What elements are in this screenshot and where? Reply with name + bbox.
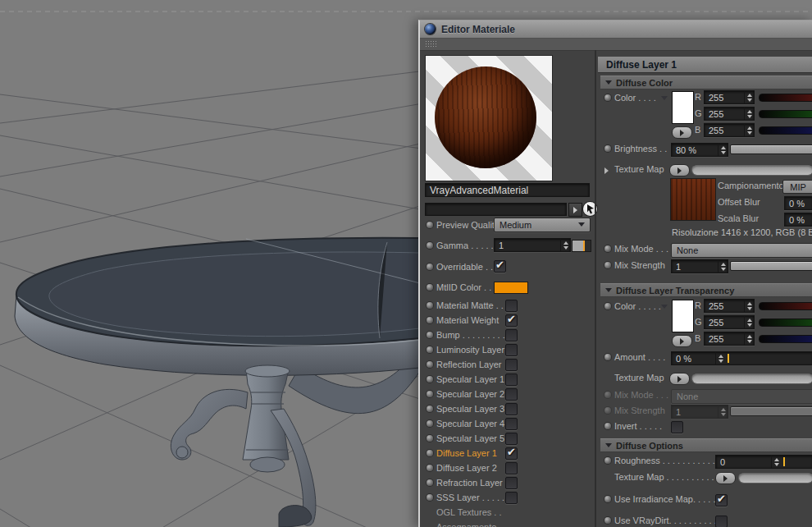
mix-strength-input[interactable]: 1 [671, 259, 728, 273]
param-led-icon[interactable] [604, 245, 611, 252]
param-led-icon[interactable] [427, 222, 433, 228]
param-led-icon[interactable] [604, 517, 611, 524]
layer-checkbox[interactable] [505, 447, 518, 460]
param-led-icon[interactable] [427, 302, 433, 309]
param-led-icon[interactable] [427, 391, 433, 397]
param-led-icon[interactable] [604, 423, 611, 429]
layer-item-diffuse-2[interactable]: Diffuse Layer 2 [422, 461, 595, 475]
layer-item-material-weight[interactable]: Material Weight [422, 313, 595, 328]
channel-b-input[interactable]: 255 [704, 332, 755, 346]
param-led-icon[interactable] [427, 264, 433, 270]
color-swatch[interactable] [672, 91, 694, 124]
offset-blur-input[interactable]: 0 % [784, 196, 812, 210]
window-titlebar[interactable]: Editor Materiale [420, 21, 812, 39]
channel-g-input[interactable]: 255 [704, 107, 755, 121]
color-options-triangle-icon[interactable] [661, 96, 668, 100]
campionamento-dropdown[interactable]: MIP [782, 180, 812, 194]
param-led-icon[interactable] [427, 346, 433, 353]
texture-browse-button[interactable] [669, 164, 690, 176]
color-options-triangle-icon[interactable] [661, 305, 668, 309]
param-led-icon[interactable] [427, 435, 433, 442]
layer-checkbox[interactable] [505, 433, 518, 445]
param-led-icon[interactable] [604, 303, 611, 309]
texture-path-field[interactable] [691, 164, 812, 176]
layer-checkbox[interactable] [505, 492, 518, 504]
layer-item-sss[interactable]: SSS Layer . . . . . [422, 490, 595, 505]
scala-blur-input[interactable]: 0 % [784, 213, 812, 227]
channel-b-slider[interactable] [759, 335, 812, 343]
layer-item-luminosity[interactable]: Luminosity Layer [422, 342, 595, 357]
layer-checkbox[interactable] [505, 314, 518, 327]
color-expand-button[interactable] [672, 335, 692, 347]
shader-field[interactable] [425, 203, 567, 216]
roughness-input-focused[interactable]: 0 [715, 455, 812, 469]
layer-checkbox[interactable] [505, 462, 518, 474]
spinner-icon[interactable] [744, 124, 754, 136]
brightness-input[interactable]: 80 % [671, 143, 728, 157]
param-led-icon[interactable] [427, 284, 433, 291]
mtlid-color-swatch[interactable] [494, 282, 528, 294]
gamma-input[interactable]: 1 [494, 238, 571, 252]
param-led-icon[interactable] [427, 465, 433, 471]
layer-checkbox[interactable] [505, 418, 518, 430]
param-led-icon[interactable] [604, 262, 611, 268]
expand-triangle-icon[interactable] [604, 167, 609, 174]
layer-item-specular-4[interactable]: Specular Layer 4 [422, 416, 595, 431]
channel-r-slider[interactable] [759, 94, 812, 102]
channel-r-input[interactable]: 255 [704, 299, 755, 313]
spinner-icon[interactable] [560, 239, 570, 251]
color-expand-button[interactable] [672, 126, 692, 139]
spinner-icon[interactable] [715, 352, 725, 364]
param-led-icon[interactable] [427, 406, 433, 412]
param-led-icon[interactable] [604, 145, 611, 152]
material-preview[interactable] [425, 55, 553, 181]
section-diffuse-options[interactable]: Diffuse Options [600, 438, 812, 452]
layer-item-material-matte[interactable]: Material Matte . . [422, 298, 595, 313]
layer-item-specular-5[interactable]: Specular Layer 5 [422, 431, 595, 446]
param-led-icon[interactable] [427, 376, 433, 383]
use-vraydirt-checkbox[interactable] [715, 516, 728, 527]
toolbar-grip-icon[interactable] [425, 40, 437, 48]
shader-menu-button[interactable] [568, 203, 582, 217]
layer-checkbox[interactable] [505, 403, 518, 415]
texture-browse-button[interactable] [669, 373, 690, 385]
spinner-icon[interactable] [744, 332, 754, 345]
channel-g-slider[interactable] [759, 318, 812, 327]
param-led-icon[interactable] [427, 420, 433, 427]
layer-item-specular-1[interactable]: Specular Layer 1 [422, 372, 595, 387]
section-diffuse-color[interactable]: Diffuse Color [600, 76, 812, 89]
param-led-icon[interactable] [427, 317, 433, 323]
channel-b-slider[interactable] [759, 126, 812, 135]
mix-strength-slider[interactable] [730, 261, 812, 271]
spinner-icon[interactable] [744, 91, 754, 103]
section-diffuse-layer-transparency[interactable]: Diffuse Layer Transparency [600, 283, 812, 297]
param-led-icon[interactable] [427, 494, 433, 501]
material-name-input[interactable]: VrayAdvancedMaterial [425, 183, 590, 197]
channel-g-slider[interactable] [759, 110, 812, 118]
texture-thumbnail[interactable] [670, 178, 716, 221]
texture-path-field[interactable] [738, 472, 812, 483]
color-swatch[interactable] [672, 300, 694, 332]
channel-r-input[interactable]: 255 [704, 90, 755, 104]
param-led-icon[interactable] [427, 479, 433, 486]
layer-item-assegnamento[interactable]: Assegnamento [422, 520, 595, 527]
spinner-icon[interactable] [744, 300, 754, 312]
texture-browse-button[interactable] [715, 472, 736, 484]
spinner-icon[interactable] [744, 108, 754, 120]
amount-input-focused[interactable]: 0 % [671, 351, 812, 365]
mix-mode-dropdown[interactable]: None [671, 243, 812, 258]
layer-item-ogl-textures[interactable]: OGL Textures . . [422, 505, 595, 520]
param-led-icon[interactable] [427, 242, 433, 249]
param-led-icon[interactable] [427, 450, 433, 456]
preview-quality-dropdown[interactable]: Medium [494, 218, 591, 232]
layer-checkbox[interactable] [505, 300, 518, 312]
param-led-icon[interactable] [427, 361, 433, 368]
param-led-icon[interactable] [604, 457, 611, 464]
channel-r-slider[interactable] [759, 302, 812, 310]
texture-path-field[interactable] [691, 373, 812, 384]
channel-b-input[interactable]: 255 [704, 123, 755, 137]
layer-item-diffuse-1-selected[interactable]: Diffuse Layer 1 [422, 446, 595, 461]
brightness-slider[interactable] [730, 144, 812, 154]
overridable-checkbox[interactable] [494, 260, 506, 273]
spinner-icon[interactable] [718, 260, 728, 273]
